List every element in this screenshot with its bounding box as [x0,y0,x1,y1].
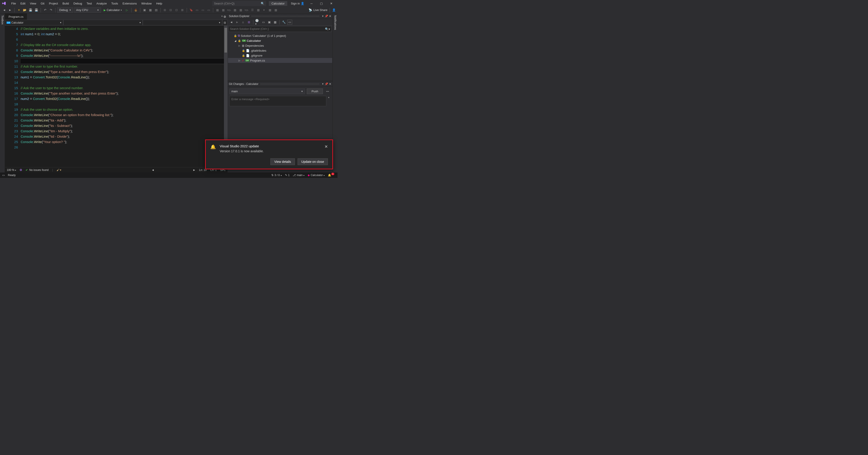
menu-window[interactable]: Window [139,1,154,6]
undo-button[interactable]: ↶ [43,8,48,12]
tb-icon[interactable]: ▣ [142,8,147,12]
menu-extensions[interactable]: Extensions [120,1,139,6]
tb-icon[interactable]: ▤ [154,8,159,12]
push-button[interactable]: Push [307,88,323,94]
solution-explorer-search-input[interactable] [230,27,325,31]
intellicode-icon[interactable]: ✪ [20,168,22,172]
tb-icon[interactable]: ▦ [256,8,261,12]
tb-icon[interactable]: ☰ [250,8,255,12]
save-button[interactable]: 💾 [28,8,33,12]
sign-in-button[interactable]: Sign in👤 [291,2,304,5]
live-share-button[interactable]: Live Share [313,8,328,12]
tree-item[interactable]: 🔒📄.gitignore [228,53,332,58]
se-properties-icon[interactable]: 🔧 [281,20,286,25]
tb-icon[interactable]: ▦ [273,8,278,12]
start-debug-button[interactable]: ▶Calculator▾ [102,8,124,12]
tree-item[interactable]: 🔒📄.gitattributes [228,48,332,53]
tb-icon[interactable]: ▾ [262,8,267,12]
tree-item[interactable]: 🔒⧉Solution 'Calculator' (1 of 1 project) [228,33,332,38]
quick-actions-icon[interactable]: 🖌 ▾ [57,168,61,172]
sb-branch-button[interactable]: ⎇main▴ [292,174,305,177]
solution-explorer-search[interactable]: 🔍▾ [228,26,332,32]
hscroll-left[interactable]: ◄ [152,168,154,172]
global-search[interactable]: 🔍 [212,1,266,6]
branch-combo[interactable]: main▼ [229,88,305,94]
solution-tree[interactable]: 🔒⧉Solution 'Calculator' (1 of 1 project)… [227,32,333,64]
se-switch-views-icon[interactable]: ⊞ [246,20,251,25]
tb-icon[interactable]: ▭ [194,8,199,12]
tb-icon[interactable]: ▦ [238,8,243,12]
zoom-combo[interactable]: 100 % ▾ [7,168,16,172]
menu-git[interactable]: Git [38,1,47,6]
nav-member-combo[interactable]: ▼ [143,20,222,25]
tb-icon[interactable]: ▦ [268,8,272,12]
tb-icon[interactable]: SQL [244,8,249,12]
menu-debug[interactable]: Debug [71,1,84,6]
tb-icon[interactable]: ⊡ [174,8,179,12]
tb-icon[interactable]: SQL [227,8,231,12]
sb-repo-button[interactable]: ◆Calculator▴ [308,174,325,177]
configuration-combo[interactable]: Debug▼ [57,7,73,13]
notifications-tab[interactable]: Notifications [333,13,338,172]
split-button[interactable]: ⊟ [222,20,227,25]
hscroll-right[interactable]: ► [193,168,195,172]
new-item-button[interactable]: ✦ [17,8,21,12]
expander-icon[interactable] [230,34,233,37]
tree-item[interactable]: ▷⊞Dependencies [228,43,332,48]
toast-close-button[interactable]: ✕ [324,144,328,149]
se-preview-icon[interactable]: ▭ [287,20,292,25]
maximize-button[interactable]: ▢ [317,0,326,6]
tree-item[interactable]: ◢🔒C#Calculator [228,38,332,43]
scrollbar-thumb[interactable] [224,28,227,53]
account-icon[interactable]: 👤 [332,8,336,12]
commit-message-box[interactable] [229,96,326,106]
tb-icon[interactable]: ⊞ [162,8,167,12]
bookmark-icon[interactable]: 🔖 [189,8,194,12]
code-editor[interactable]: 4567891011121314151617181920212223242526… [5,26,227,167]
open-button[interactable]: 📂 [22,8,27,12]
tb-icon[interactable]: ▦ [221,8,226,12]
se-back-icon[interactable]: ◄ [229,20,234,25]
forward-button[interactable]: ► [8,8,12,12]
tab-settings-icon[interactable]: ⚙ [223,15,226,19]
menu-project[interactable]: Project [47,1,60,6]
menu-help[interactable]: Help [154,1,164,6]
panel-close-icon[interactable]: ✕ [329,82,331,86]
menu-tools[interactable]: Tools [109,1,120,6]
tb-icon[interactable]: ▦ [232,8,238,12]
tree-item[interactable]: ▷✓C#Program.cs [228,58,332,63]
tb-icon[interactable]: ▭ [200,8,205,12]
commit-message-input[interactable] [231,97,324,101]
update-on-close-button[interactable]: Update on close [298,158,328,165]
redo-button[interactable]: ↷ [49,8,54,12]
nav-project-combo[interactable]: C# Calculator ▼ [5,20,63,25]
menu-view[interactable]: View [28,1,38,6]
se-show-all-icon[interactable]: ▦ [273,20,278,25]
menu-build[interactable]: Build [60,1,71,6]
se-collapse-icon[interactable]: ▣ [267,20,272,25]
menu-analyze[interactable]: Analyze [94,1,109,6]
tb-icon[interactable]: ▦ [215,8,220,12]
expander-icon[interactable]: ▷ [238,44,241,47]
output-icon[interactable]: ▭ [2,174,5,177]
pin-icon[interactable]: 📌 [325,82,328,86]
menu-test[interactable]: Test [84,1,94,6]
scroll-up-icon[interactable]: ▲ [328,96,331,98]
expander-icon[interactable]: ▷ [238,59,241,62]
tb-icon[interactable]: ⊠ [180,8,185,12]
back-button[interactable]: ◄ [2,8,7,12]
minimize-button[interactable]: ─ [307,0,316,6]
toolbox-tab[interactable]: Toolbox [0,13,5,172]
se-home-icon[interactable]: ⌂ [241,20,246,25]
pin-icon[interactable]: 📌 [325,15,328,18]
tb-icon[interactable]: ▭ [206,8,211,12]
expander-icon[interactable]: ◢ [234,39,237,42]
panel-menu-icon[interactable]: ▼ [322,83,324,85]
sb-notifications-button[interactable]: 🔔1 [328,174,335,177]
panel-close-icon[interactable]: ✕ [329,15,331,18]
file-tab-program-cs[interactable]: Program.cs [5,13,27,20]
save-all-button[interactable]: 💾 [34,8,39,12]
start-without-debug-button[interactable]: ▷ [125,8,129,12]
se-sync-icon[interactable]: ▭ [261,20,266,25]
code-content[interactable]: // Declare variables and then initialize… [21,26,224,167]
